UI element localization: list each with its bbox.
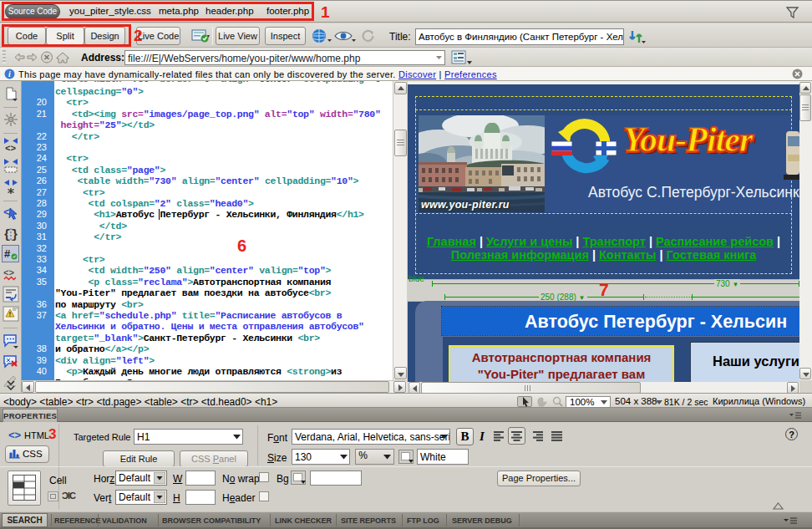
svg-text:i: i <box>8 69 11 79</box>
svg-text:{: { <box>3 228 11 242</box>
svg-text:}: } <box>11 228 18 242</box>
svg-text:<>: <> <box>5 144 17 153</box>
svg-text:#: # <box>4 247 11 260</box>
svg-text:<>: <> <box>3 268 15 278</box>
